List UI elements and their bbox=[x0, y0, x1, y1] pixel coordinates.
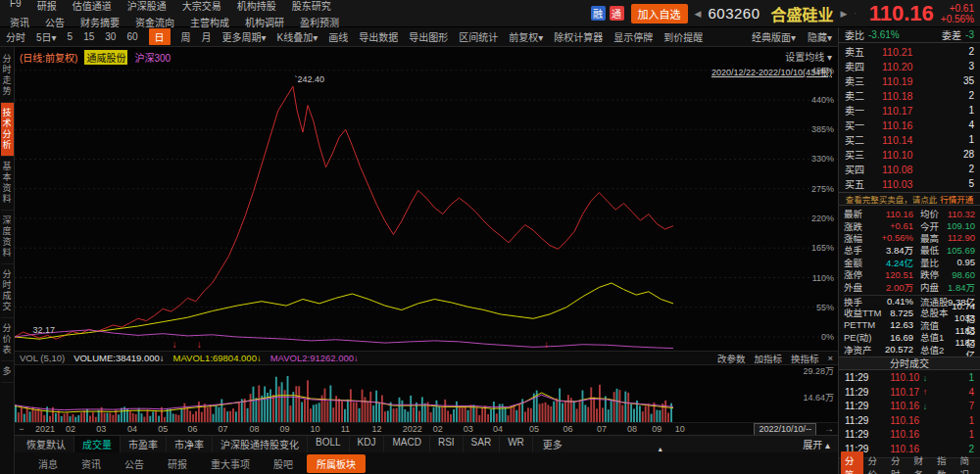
order-book-row[interactable]: 买四 110.08 2 bbox=[839, 162, 980, 176]
indicator-tab[interactable]: MACD bbox=[384, 436, 429, 452]
sidebar-item[interactable]: 技术分析 bbox=[1, 103, 14, 157]
news-tab[interactable]: 公告 bbox=[115, 454, 154, 473]
indicator-tab[interactable]: KDJ bbox=[350, 436, 385, 452]
sidebar-item[interactable]: 分时成交 bbox=[1, 264, 14, 318]
trade-row[interactable]: 11:29 110.17 ↑ 4 bbox=[845, 385, 974, 400]
indicator-tab[interactable]: 恢复默认 bbox=[19, 436, 74, 452]
prev-stock-icon[interactable]: ◀ bbox=[695, 9, 702, 19]
toolbar-right-item[interactable]: 经典版面▾ bbox=[752, 29, 796, 44]
news-tab[interactable]: 所属板块 bbox=[307, 454, 366, 473]
order-book-row[interactable]: 买一 110.16 4 bbox=[839, 118, 980, 132]
indicator-tool-button[interactable]: 改参数 bbox=[717, 352, 746, 365]
event-marker-icon[interactable]: ↓ bbox=[544, 339, 549, 350]
order-book-row[interactable]: 卖三 110.19 35 bbox=[839, 73, 980, 88]
next-stock-icon[interactable]: ▶ bbox=[841, 9, 848, 19]
news-tab[interactable]: 资讯 bbox=[72, 454, 111, 473]
indicator-tab[interactable]: RSI bbox=[430, 436, 464, 452]
sidebar-item[interactable]: 分价表 bbox=[1, 318, 14, 361]
indicator-tab[interactable]: 成交量 bbox=[74, 436, 121, 452]
stat-value: 4.24亿 bbox=[880, 256, 913, 269]
event-marker-icon[interactable]: ↓ bbox=[172, 339, 176, 350]
panel-tab[interactable]: 指数 bbox=[933, 451, 956, 474]
toolbar-item[interactable]: 30 bbox=[105, 31, 116, 42]
menu-item[interactable]: 股东研究 bbox=[292, 0, 331, 13]
level2-banner[interactable]: 查看完整买卖盘，请点此 行情开通 bbox=[839, 192, 980, 206]
panel-tab[interactable]: 分笔 bbox=[841, 451, 863, 474]
order-book-row[interactable]: 买五 110.03 5 bbox=[839, 176, 980, 191]
toolbar-item[interactable]: 周 bbox=[181, 29, 191, 44]
trade-row[interactable]: 11:29 110.16 ↓ 7 bbox=[845, 400, 974, 414]
toolbar-item[interactable]: 5 bbox=[68, 31, 74, 42]
price-chart[interactable]: (日线:前复权) 通威股份 沪深300 设置均线 ▾ 2020/12/22-20… bbox=[15, 47, 838, 351]
set-ma-button[interactable]: 设置均线 ▾ bbox=[711, 49, 832, 64]
toolbar-item[interactable]: 区间统计 bbox=[459, 29, 498, 44]
sidebar-item[interactable]: 基本资料 bbox=[1, 157, 14, 211]
indicator-tab[interactable]: SAR bbox=[464, 436, 501, 452]
toolbar-item[interactable]: 更多周期▾ bbox=[222, 29, 267, 44]
panel-tab[interactable]: 简况 bbox=[956, 451, 979, 474]
indicator-tab[interactable]: BOLL bbox=[308, 436, 350, 452]
scroll-right-icon[interactable]: → bbox=[824, 423, 834, 434]
news-tab[interactable]: 研报 bbox=[158, 454, 197, 473]
trade-price: 110.16 bbox=[878, 415, 919, 426]
toolbar-item[interactable]: 15 bbox=[83, 31, 94, 42]
date-range-label[interactable]: 2020/12/22-2022/10/10(434根) bbox=[711, 66, 832, 78]
event-marker-icon[interactable]: ↓ bbox=[197, 339, 202, 350]
sidebar-item[interactable]: 深度资料 bbox=[1, 211, 14, 264]
news-tab[interactable]: 重大事项 bbox=[201, 454, 260, 473]
panel-tab[interactable]: 财务 bbox=[910, 451, 933, 474]
trade-price: 110.16 bbox=[878, 429, 919, 440]
menu-item[interactable]: 估值通道 bbox=[73, 0, 112, 13]
banner-link[interactable]: 行情开通 bbox=[940, 193, 973, 205]
more-indicators-button[interactable]: 更多 bbox=[535, 436, 570, 452]
order-book-row[interactable]: 卖一 110.17 1 bbox=[839, 103, 980, 118]
order-book-row[interactable]: 买二 110.14 1 bbox=[839, 132, 980, 147]
panel-tab[interactable]: 分价 bbox=[864, 451, 887, 474]
indicator-tab[interactable]: 市盈率 bbox=[121, 436, 167, 452]
toolbar-item[interactable]: 分时 bbox=[6, 29, 25, 44]
toolbar-item[interactable]: K线叠加▾ bbox=[277, 29, 318, 44]
news-tab[interactable]: 消息 bbox=[28, 454, 68, 473]
indicator-tool-button[interactable]: 加指标 bbox=[754, 352, 782, 365]
indicator-tab[interactable]: 沪深股通持股变化 bbox=[213, 436, 308, 452]
toolbar-item[interactable]: 到价提醒 bbox=[663, 29, 703, 44]
expand-button[interactable]: 展开 ▴ bbox=[803, 437, 830, 451]
toolbar-item[interactable]: 导出数据 bbox=[359, 29, 398, 44]
overlay-index-label[interactable]: 沪深300 bbox=[134, 50, 171, 65]
toolbar-right-item[interactable]: 隐藏▾ bbox=[808, 29, 832, 44]
volume-chart[interactable]: 29.28万14.64万 bbox=[15, 365, 838, 422]
toolbar-item[interactable]: 画线 bbox=[328, 29, 348, 44]
add-watchlist-button[interactable]: 加入自选 bbox=[631, 4, 688, 24]
toolbar-item[interactable]: 5日▾ bbox=[36, 29, 57, 44]
menu-item[interactable]: 大宗交易 bbox=[182, 0, 221, 13]
close-indicator-icon[interactable]: × bbox=[827, 353, 833, 363]
order-book-row[interactable]: 卖四 110.20 3 bbox=[839, 59, 980, 73]
menu-item[interactable]: 沪深股通 bbox=[127, 0, 167, 13]
order-book-row[interactable]: 卖二 110.18 2 bbox=[839, 88, 980, 103]
toolbar-item[interactable]: 前复权▾ bbox=[509, 29, 543, 44]
order-quantity: 2 bbox=[945, 90, 974, 101]
indicator-tool-button[interactable]: 换指标 bbox=[791, 352, 819, 365]
menu-item[interactable]: F9 bbox=[10, 0, 22, 13]
toolbar-item[interactable]: 显示停牌 bbox=[613, 29, 653, 44]
toolbar-item[interactable]: 导出图形 bbox=[409, 29, 448, 44]
sidebar-item[interactable]: 多 bbox=[1, 361, 14, 383]
trade-row[interactable]: 11:29 110.16 1 bbox=[845, 413, 974, 428]
order-book-row[interactable]: 买三 110.10 28 bbox=[839, 147, 980, 162]
toolbar-item[interactable]: 月 bbox=[202, 29, 212, 44]
toolbar-item[interactable]: 60 bbox=[126, 31, 137, 42]
overlay-stock-label[interactable]: 通威股份 bbox=[84, 50, 127, 65]
toolbar-item[interactable]: 除权计算器 bbox=[554, 29, 603, 44]
sidebar-item[interactable]: 分时走势 bbox=[1, 49, 14, 103]
news-tab[interactable]: 股吧 bbox=[264, 454, 303, 473]
panel-tab[interactable]: 分时 bbox=[887, 451, 909, 474]
trade-row[interactable]: 11:29 110.16 1 bbox=[845, 428, 974, 443]
menu-item[interactable]: 机构持股 bbox=[237, 0, 276, 13]
toolbar-item[interactable]: 日 bbox=[149, 28, 171, 45]
trade-row[interactable]: 11:29 110.10 ↓ 1 bbox=[845, 371, 974, 386]
volume-canvas bbox=[15, 365, 838, 422]
indicator-tab[interactable]: WR bbox=[500, 436, 533, 452]
menu-item[interactable]: 研报 bbox=[37, 0, 57, 13]
indicator-tab[interactable]: 市净率 bbox=[167, 436, 213, 452]
order-book-row[interactable]: 卖五 110.21 2 bbox=[839, 44, 980, 59]
